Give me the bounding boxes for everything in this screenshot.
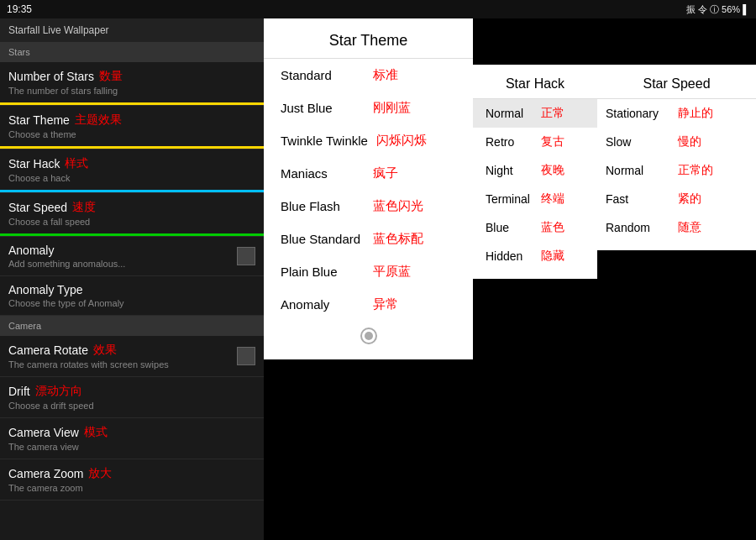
hack-item-night[interactable]: Night 夜晚 <box>473 156 597 185</box>
theme-item-blue-standard[interactable]: Blue Standard 蓝色标配 <box>264 223 473 255</box>
speed-slow-zh: 慢的 <box>678 134 701 149</box>
status-bar: 19:35 振 令 ⓘ 56% ▌ <box>0 0 756 18</box>
camera-zoom-label-zh: 放大 <box>88 466 112 481</box>
theme-maniacs-zh: 疯子 <box>373 165 398 181</box>
hack-terminal-en: Terminal <box>486 192 536 206</box>
hack-blue-zh: 蓝色 <box>541 220 564 235</box>
theme-radio-inner <box>365 332 373 340</box>
anomaly-label-en: Anomaly <box>8 244 54 257</box>
speed-slow-en: Slow <box>606 135 673 149</box>
theme-plain-blue-en: Plain Blue <box>281 265 365 279</box>
theme-plain-blue-zh: 平原蓝 <box>373 264 411 280</box>
hack-retro-zh: 复古 <box>541 134 564 149</box>
camera-zoom-item[interactable]: Camera Zoom 放大 The camera zoom <box>0 459 264 501</box>
drift-subtitle: Choose a drift speed <box>8 401 255 411</box>
camera-zoom-subtitle: The camera zoom <box>8 483 255 493</box>
theme-twinkle-en: Twinkle Twinkle <box>281 134 368 148</box>
speed-random-zh: 随意 <box>678 220 701 235</box>
number-of-stars-item[interactable]: Number of Stars 数量 The number of stars f… <box>0 62 264 106</box>
drift-item[interactable]: Drift 漂动方向 Choose a drift speed <box>0 377 264 418</box>
theme-item-maniacs[interactable]: Maniacs 疯子 <box>264 157 473 190</box>
theme-maniacs-en: Maniacs <box>281 166 365 181</box>
star-hack-underline <box>0 190 264 192</box>
speed-item-random[interactable]: Random 随意 <box>597 213 756 242</box>
camera-section-header: Camera <box>0 316 264 336</box>
status-icons: 振 令 ⓘ 56% ▌ <box>686 3 749 16</box>
camera-rotate-label-en: Camera Rotate <box>8 343 88 357</box>
camera-rotate-subtitle: The camera rotates with screen swipes <box>8 359 237 370</box>
speed-item-stationary[interactable]: Stationary 静止的 <box>597 99 756 128</box>
camera-rotate-checkbox[interactable] <box>237 347 255 365</box>
star-hack-item[interactable]: Star Hack 样式 Choose a hack <box>0 149 264 193</box>
hack-night-zh: 夜晚 <box>541 163 564 178</box>
camera-view-label-zh: 模式 <box>84 425 108 440</box>
camera-rotate-item[interactable]: Camera Rotate 效果 The camera rotates with… <box>0 336 264 377</box>
app-title: Starfall Live Wallpaper <box>8 24 109 36</box>
hack-terminal-zh: 终端 <box>541 191 564 207</box>
speed-item-normal[interactable]: Normal 正常的 <box>597 156 756 185</box>
anomaly-item[interactable]: Anomaly Add something anomalous... <box>0 237 264 276</box>
star-speed-label-zh: 速度 <box>72 200 96 215</box>
hack-normal-en: Normal <box>486 107 536 120</box>
hack-hidden-zh: 隐藏 <box>541 249 564 264</box>
number-of-stars-label-zh: 数量 <box>99 69 123 84</box>
star-hack-panel: Star Hack Normal 正常 Retro 复古 Night 夜晚 Te… <box>473 65 597 279</box>
stars-section-header: Stars <box>0 42 264 62</box>
speed-stationary-en: Stationary <box>606 107 673 120</box>
speed-stationary-zh: 静止的 <box>678 106 713 121</box>
hack-retro-en: Retro <box>486 135 536 149</box>
camera-view-item[interactable]: Camera View 模式 The camera view <box>0 418 264 459</box>
theme-item-twinkle[interactable]: Twinkle Twinkle 闪烁闪烁 <box>264 124 473 157</box>
star-theme-panel-title: Star Theme <box>264 27 473 59</box>
theme-item-just-blue[interactable]: Just Blue 刚刚蓝 <box>264 92 473 124</box>
speed-item-fast[interactable]: Fast 紧的 <box>597 185 756 213</box>
theme-blue-standard-zh: 蓝色标配 <box>373 231 423 247</box>
theme-item-standard[interactable]: Standard 标准 <box>264 59 473 92</box>
star-speed-item[interactable]: Star Speed 速度 Choose a fall speed <box>0 193 264 237</box>
theme-item-plain-blue[interactable]: Plain Blue 平原蓝 <box>264 255 473 288</box>
star-speed-underline <box>0 233 264 236</box>
hack-item-hidden[interactable]: Hidden 隐藏 <box>473 242 597 270</box>
star-theme-subtitle: Choose a theme <box>8 129 255 139</box>
speed-normal-en: Normal <box>606 164 673 177</box>
star-hack-label-en: Star Hack <box>8 157 60 170</box>
star-speed-panel: Star Speed Stationary 静止的 Slow 慢的 Normal… <box>597 65 756 250</box>
theme-standard-en: Standard <box>281 68 365 82</box>
hack-item-blue[interactable]: Blue 蓝色 <box>473 213 597 242</box>
camera-zoom-label-en: Camera Zoom <box>8 467 83 480</box>
hack-normal-zh: 正常 <box>541 106 564 121</box>
star-theme-underline <box>0 146 264 149</box>
drift-label-en: Drift <box>8 385 30 398</box>
theme-twinkle-zh: 闪烁闪烁 <box>376 133 427 149</box>
hack-night-en: Night <box>486 164 536 177</box>
theme-item-anomaly[interactable]: Anomaly 异常 <box>264 288 473 321</box>
speed-random-en: Random <box>606 221 673 234</box>
camera-view-label-en: Camera View <box>8 426 79 439</box>
star-theme-item[interactable]: Star Theme 主题效果 Choose a theme <box>0 106 264 149</box>
drift-label-zh: 漂动方向 <box>35 384 82 399</box>
stars-section-label: Stars <box>8 47 30 57</box>
hack-item-terminal[interactable]: Terminal 终端 <box>473 185 597 213</box>
star-hack-panel-title: Star Hack <box>473 73 597 99</box>
star-theme-panel: Star Theme Standard 标准 Just Blue 刚刚蓝 Twi… <box>264 18 473 359</box>
theme-just-blue-zh: 刚刚蓝 <box>373 100 411 116</box>
theme-item-blue-flash[interactable]: Blue Flash 蓝色闪光 <box>264 190 473 223</box>
number-of-stars-subtitle: The number of stars falling <box>8 86 255 96</box>
anomaly-checkbox[interactable] <box>237 247 255 265</box>
theme-anomaly-zh: 异常 <box>373 296 398 312</box>
theme-just-blue-en: Just Blue <box>281 101 365 115</box>
star-speed-label-en: Star Speed <box>8 201 67 214</box>
hack-blue-en: Blue <box>486 221 536 234</box>
theme-standard-zh: 标准 <box>373 67 398 83</box>
anomaly-subtitle: Add something anomalous... <box>8 259 237 269</box>
speed-item-slow[interactable]: Slow 慢的 <box>597 128 756 156</box>
camera-rotate-label-zh: 效果 <box>93 343 117 358</box>
hack-item-retro[interactable]: Retro 复古 <box>473 128 597 156</box>
number-of-stars-label-en: Number of Stars <box>8 70 94 83</box>
star-speed-panel-title: Star Speed <box>597 73 756 99</box>
app-title-bar: Starfall Live Wallpaper <box>0 18 264 42</box>
anomaly-type-item[interactable]: Anomaly Type Choose the type of Anomaly <box>0 276 264 316</box>
hack-item-normal[interactable]: Normal 正常 <box>473 99 597 128</box>
camera-view-subtitle: The camera view <box>8 442 255 452</box>
theme-blue-flash-zh: 蓝色闪光 <box>373 198 423 214</box>
